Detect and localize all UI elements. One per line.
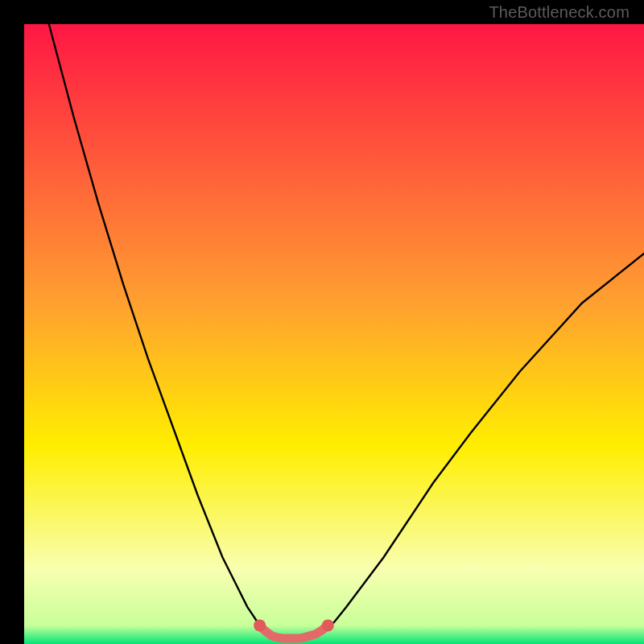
gradient-background	[24, 24, 644, 644]
watermark-text: TheBottleneck.com	[489, 3, 630, 22]
highlight-dot	[322, 619, 334, 631]
bottleneck-chart	[24, 24, 644, 644]
chart-frame	[12, 12, 632, 632]
highlight-dot	[254, 619, 266, 631]
